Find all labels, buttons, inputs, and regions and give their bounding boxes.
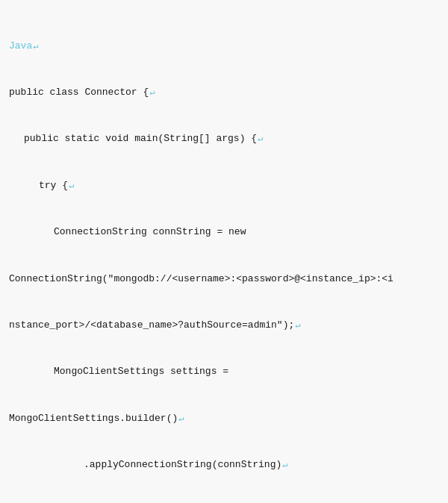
language-label: Java [9,39,32,54]
code-line-8: .applyConnectionString(connString)↵ [84,457,439,473]
code-line-4: ConnectionString connString = new [54,225,439,240]
code-line-1: public class Connector {↵ [9,85,439,101]
code-line-3: try {↵ [39,178,439,194]
code-line-2: public static void main(String[] args) {… [24,131,439,147]
code-line-5: ConnectionString("mongodb://<username>:<… [9,272,439,287]
code-line-5b: nstance_port>/<database_name>?authSource… [9,318,439,334]
code-line-6: MongoClientSettings settings = [54,364,439,380]
line-lang: Java↵ [9,39,439,54]
newline-arrow: ↵ [33,40,38,54]
code-line-7: MongoClientSettings.builder()↵ [9,411,439,427]
code-block: Java↵ public class Connector {↵ public s… [0,0,448,503]
